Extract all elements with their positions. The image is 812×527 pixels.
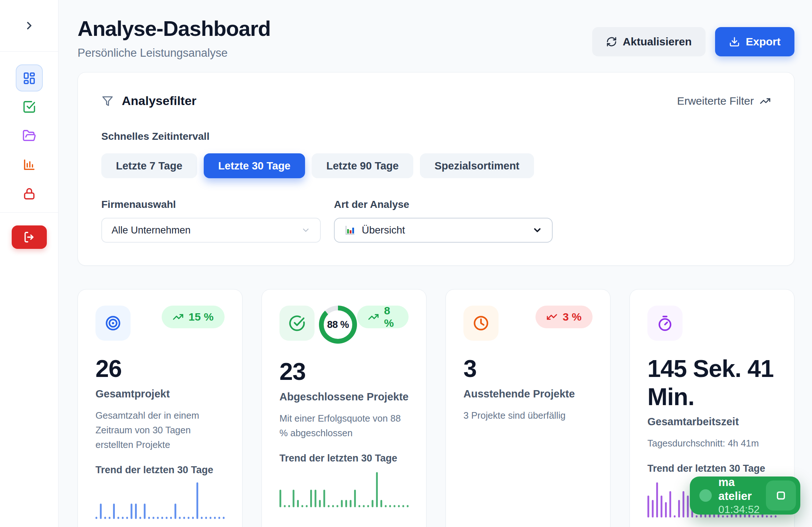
trend-badge-value: 3 % bbox=[563, 311, 582, 323]
success-rate-donut: 88 % bbox=[319, 306, 357, 344]
circle-check-icon bbox=[279, 306, 315, 341]
sidebar bbox=[0, 0, 59, 527]
stat-title: Gesamtprojekt bbox=[95, 388, 225, 400]
stat-title: Gesamtarbeitszeit bbox=[647, 416, 777, 428]
timer-icon bbox=[647, 306, 683, 341]
funnel-icon bbox=[101, 95, 114, 107]
check-square-icon bbox=[22, 100, 36, 114]
trend-badge: 8 % bbox=[357, 306, 409, 328]
stat-value: 23 bbox=[279, 358, 409, 386]
trending-up-icon bbox=[173, 311, 184, 322]
analysis-select-label: Art der Analyse bbox=[334, 199, 553, 210]
page-title: Analyse-Dashboard bbox=[78, 16, 271, 41]
timer-stop-button[interactable] bbox=[766, 481, 796, 511]
quick-range-chips: Letzte 7 Tage Letzte 30 Tage Letzte 90 T… bbox=[101, 153, 771, 178]
stat-card-completed-projects: 88 % 8 % 23 Abgeschlossene Projekte Mit … bbox=[262, 289, 426, 527]
stats-row: 15 % 26 Gesamtprojekt Gesamtzahl der in … bbox=[78, 289, 794, 527]
sidebar-divider-bottom bbox=[0, 212, 58, 213]
quick-range-label: Schnelles Zeitintervall bbox=[101, 131, 771, 142]
range-chip-90-days[interactable]: Letzte 90 Tage bbox=[312, 153, 413, 178]
layout-dashboard-icon bbox=[22, 71, 36, 85]
bar-chart-icon bbox=[22, 158, 36, 172]
header-actions: Aktualisieren Export bbox=[592, 27, 794, 56]
sidebar-item-dashboard[interactable] bbox=[16, 64, 43, 91]
chevron-down-bold-icon bbox=[532, 225, 542, 235]
filter-card-title: Analysefilter bbox=[122, 94, 196, 108]
lock-icon bbox=[22, 187, 36, 201]
trend-chart-label: Trend der letzten 30 Tage bbox=[647, 463, 777, 474]
company-select[interactable]: Alle Unternehmen bbox=[101, 218, 321, 243]
chevron-down-icon bbox=[301, 225, 311, 235]
sidebar-item-projects[interactable] bbox=[16, 122, 43, 149]
trend-badge-value: 15 % bbox=[189, 311, 214, 323]
sidebar-nav bbox=[0, 64, 58, 207]
stat-value: 26 bbox=[95, 355, 225, 383]
timer-widget: ma atelier 01:34:52 bbox=[690, 476, 800, 515]
log-out-icon bbox=[23, 231, 35, 243]
company-select-value: Alle Unternehmen bbox=[112, 225, 301, 236]
stat-value: 3 bbox=[463, 355, 593, 383]
range-chip-special[interactable]: Spezialsortiment bbox=[420, 153, 534, 178]
clock-icon bbox=[463, 306, 499, 341]
stat-title: Abgeschlossene Projekte bbox=[279, 391, 409, 403]
refresh-button[interactable]: Aktualisieren bbox=[592, 27, 706, 56]
page-header: Analyse-Dashboard Persönliche Leistungsa… bbox=[59, 0, 812, 60]
stat-card-pending-projects: 3 % 3 Ausstehende Projekte 3 Projekte si… bbox=[446, 289, 610, 527]
success-rate-value: 88 % bbox=[327, 319, 349, 330]
refresh-icon bbox=[606, 36, 617, 47]
timer-project-name: ma atelier bbox=[718, 475, 759, 502]
refresh-button-label: Aktualisieren bbox=[623, 35, 692, 48]
chart-emoji-icon bbox=[344, 224, 356, 236]
trend-chart-label: Trend der letzten 30 Tage bbox=[95, 464, 225, 476]
filter-card: Analysefilter Erweiterte Filter Schnelle… bbox=[78, 72, 794, 266]
analysis-type-select[interactable]: Übersicht bbox=[334, 218, 553, 243]
company-select-label: Firmenauswahl bbox=[101, 199, 321, 210]
logout-button[interactable] bbox=[12, 225, 47, 249]
main-content: Analyse-Dashboard Persönliche Leistungsa… bbox=[59, 0, 812, 527]
trend-chart-label: Trend der letzten 30 Tage bbox=[279, 453, 409, 464]
sidebar-expand-button[interactable] bbox=[18, 15, 40, 37]
timer-status-dot-icon bbox=[699, 489, 712, 502]
trend-badge: 15 % bbox=[162, 306, 225, 328]
stat-description: Mit einer Erfolgsquote von 88 % abgeschl… bbox=[279, 411, 409, 440]
chevron-right-icon bbox=[23, 19, 35, 32]
page-subtitle: Persönliche Leistungsanalyse bbox=[78, 46, 271, 60]
stat-description: Tagesdurchschnitt: 4h 41m bbox=[647, 436, 777, 451]
advanced-filters-label: Erweiterte Filter bbox=[677, 95, 754, 107]
sidebar-item-tasks[interactable] bbox=[16, 93, 43, 120]
sidebar-divider-top bbox=[0, 51, 58, 52]
target-icon bbox=[95, 306, 131, 341]
stat-value: 145 Sek. 41 Min. bbox=[647, 355, 777, 411]
export-button[interactable]: Export bbox=[715, 27, 794, 56]
folder-open-icon bbox=[22, 129, 36, 143]
stat-description: Gesamtzahl der in einem Zeitraum von 30 … bbox=[95, 408, 225, 452]
stop-square-icon bbox=[775, 490, 787, 501]
trending-down-icon bbox=[546, 311, 557, 322]
stat-description: 3 Projekte sind überfällig bbox=[463, 408, 593, 423]
stat-title: Ausstehende Projekte bbox=[463, 388, 593, 400]
sidebar-item-analytics[interactable] bbox=[16, 151, 43, 178]
range-chip-30-days[interactable]: Letzte 30 Tage bbox=[204, 153, 305, 178]
analytics-dashboard-page: Analyse-Dashboard Persönliche Leistungsa… bbox=[0, 0, 812, 527]
mini-bar-chart bbox=[95, 482, 225, 519]
download-icon bbox=[729, 36, 740, 47]
trending-up-icon bbox=[368, 311, 379, 322]
trend-badge: 3 % bbox=[535, 306, 593, 328]
sidebar-item-security[interactable] bbox=[16, 180, 43, 207]
analysis-select-value: Übersicht bbox=[362, 224, 526, 236]
trending-up-icon bbox=[760, 96, 771, 106]
advanced-filters-button[interactable]: Erweiterte Filter bbox=[677, 95, 771, 107]
export-button-label: Export bbox=[746, 35, 781, 48]
mini-bar-chart bbox=[279, 470, 409, 507]
trend-badge-value: 8 % bbox=[384, 304, 398, 329]
range-chip-7-days[interactable]: Letzte 7 Tage bbox=[101, 153, 197, 178]
stat-card-total-projects: 15 % 26 Gesamtprojekt Gesamtzahl der in … bbox=[78, 289, 243, 527]
timer-elapsed-time: 01:34:52 bbox=[718, 504, 759, 516]
